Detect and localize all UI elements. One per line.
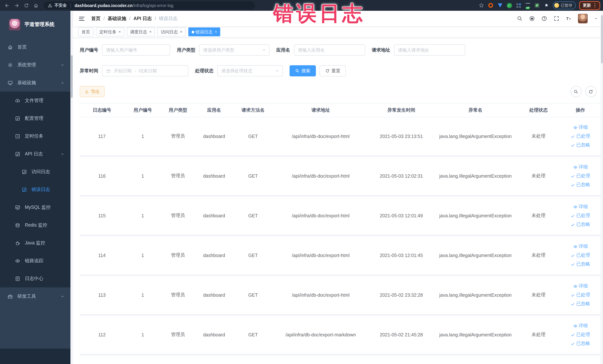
action-详细[interactable]: 详细 xyxy=(573,164,588,170)
action-详细[interactable]: 详细 xyxy=(573,283,588,289)
action-label: 详细 xyxy=(579,283,588,289)
extension-leaf-icon[interactable] xyxy=(534,2,540,8)
breadcrumb-item[interactable]: 基础设施 xyxy=(108,15,126,22)
action-详细[interactable]: 详细 xyxy=(573,243,588,250)
forward-icon[interactable] xyxy=(13,1,21,10)
sidebar-bottom-strip xyxy=(0,348,70,364)
user-id-input[interactable] xyxy=(102,45,170,56)
sidebar-item-首页[interactable]: 首页 xyxy=(0,38,70,56)
sidebar-item-java-监控[interactable]: Java 监控 xyxy=(0,234,70,252)
download-icon xyxy=(84,89,89,94)
cell-user_type: 管理员 xyxy=(161,315,195,354)
warning-icon xyxy=(48,3,52,8)
app-title: 芋道管理系统 xyxy=(24,21,55,28)
action-已处理[interactable]: 已处理 xyxy=(571,212,590,219)
github-icon[interactable] xyxy=(529,16,535,22)
action-详细[interactable]: 详细 xyxy=(573,323,588,329)
sidebar-item-mysql-监控[interactable]: MySQL 监控 xyxy=(0,199,70,216)
sidebar-item-api-日志[interactable]: API 日志 xyxy=(0,145,70,163)
action-详细[interactable]: 详细 xyxy=(573,204,588,210)
sidebar-item-错误日志[interactable]: 错误日志 xyxy=(0,181,70,199)
action-已忽略[interactable]: 已忽略 xyxy=(571,221,590,228)
close-icon[interactable]: × xyxy=(119,30,121,34)
hamburger-icon[interactable] xyxy=(78,15,85,22)
breadcrumb-separator: / xyxy=(129,16,130,21)
action-已忽略[interactable]: 已忽略 xyxy=(571,301,590,307)
extension-grid-icon[interactable] xyxy=(515,2,522,8)
extension-puzzle-icon[interactable] xyxy=(543,2,549,8)
sidebar-item-访问日志[interactable]: 访问日志 xyxy=(0,163,70,181)
cell-exception: java.lang.IllegalArgumentException xyxy=(434,235,517,275)
tab-首页[interactable]: 首页 xyxy=(78,27,93,36)
app-name-input[interactable] xyxy=(294,45,365,56)
exception-time-range-picker[interactable]: 开始日期 - 结束日期 xyxy=(102,65,188,76)
cell-user_id: 1 xyxy=(124,315,161,354)
reset-button[interactable]: 重置 xyxy=(320,65,346,76)
action-已处理[interactable]: 已处理 xyxy=(571,173,590,179)
tab-访问日志[interactable]: 访问日志× xyxy=(157,27,186,36)
start-date-placeholder: 开始日期 xyxy=(114,68,132,74)
cell-url: /api/infra/db-doc/export-html xyxy=(272,235,369,275)
cell-time: 2021-05-03 23:13:51 xyxy=(369,117,434,156)
sidebar-item-链路追踪[interactable]: 链路追踪 xyxy=(0,252,70,270)
sidebar-item-系统管理[interactable]: 系统管理 xyxy=(0,56,70,74)
action-已忽略[interactable]: 已忽略 xyxy=(571,341,590,347)
action-已忽略[interactable]: 已忽略 xyxy=(571,142,590,148)
action-已忽略[interactable]: 已忽略 xyxy=(571,261,590,267)
cell-user_type: 管理员 xyxy=(161,275,195,315)
close-icon[interactable]: × xyxy=(150,30,152,34)
back-icon[interactable] xyxy=(3,1,11,10)
tab-错误日志[interactable]: 错误日志× xyxy=(188,27,220,36)
address-bar[interactable]: 不安全 dashboard.yudao.iocoder.cn/infra/log… xyxy=(44,1,255,9)
mysql-icon xyxy=(15,205,20,210)
update-button[interactable]: 更新 xyxy=(579,1,600,10)
action-已处理[interactable]: 已处理 xyxy=(571,292,590,298)
tab-调度日志[interactable]: 调度日志× xyxy=(127,27,155,36)
page-scrollbar[interactable] xyxy=(600,11,603,364)
sidebar-item-日志中心[interactable]: 日志中心 xyxy=(0,270,70,287)
close-icon[interactable]: × xyxy=(180,30,182,34)
fullscreen-icon[interactable] xyxy=(553,16,559,22)
action-已忽略[interactable]: 已忽略 xyxy=(571,182,590,188)
search-button[interactable]: 搜索 xyxy=(290,65,316,76)
extension-onoff-icon[interactable]: off xyxy=(525,2,531,8)
caret-down-icon[interactable] xyxy=(594,16,598,21)
sidebar-item-定时任务[interactable]: 定时任务 xyxy=(0,127,70,145)
toggle-search-button[interactable] xyxy=(570,86,581,97)
request-url-input[interactable] xyxy=(394,45,465,56)
sidebar-item-配置管理[interactable]: 配置管理 xyxy=(0,109,70,127)
breadcrumb-item[interactable]: 首页 xyxy=(91,15,101,22)
app-logo-row[interactable]: 芋道管理系统 xyxy=(0,11,70,38)
action-已处理[interactable]: 已处理 xyxy=(571,331,590,338)
breadcrumb-item[interactable]: API 日志 xyxy=(133,15,152,22)
font-size-icon[interactable]: TT xyxy=(566,16,571,22)
chrome-home-icon[interactable] xyxy=(32,1,40,10)
action-详细[interactable]: 详细 xyxy=(573,124,588,130)
extension-blue-icon[interactable] xyxy=(497,2,503,8)
cell-url: /api/infra/db-doc/export-html xyxy=(272,196,369,235)
bookmark-star-icon[interactable] xyxy=(478,2,484,8)
sidebar-item-文件管理[interactable]: 文件管理 xyxy=(0,92,70,109)
export-button[interactable]: 导出 xyxy=(80,86,104,97)
sidebar-item-研发工具[interactable]: 研发工具 xyxy=(0,287,70,305)
user-type-select[interactable]: 请选择用户类型 xyxy=(199,45,269,56)
tab-定时任务[interactable]: 定时任务× xyxy=(96,27,124,36)
process-status-select[interactable]: 请选择处理状态 xyxy=(217,65,283,76)
trace-icon xyxy=(15,258,20,263)
refresh-table-button[interactable] xyxy=(585,86,596,97)
close-icon[interactable]: × xyxy=(215,30,217,34)
sidebar-scrollbar[interactable] xyxy=(70,11,73,364)
sidebar-item-label: Java 监控 xyxy=(25,240,45,246)
extension-green-check-icon[interactable]: ✓ xyxy=(506,2,512,8)
sidebar-item-基础设施[interactable]: 基础设施 xyxy=(0,74,70,92)
search-icon[interactable] xyxy=(517,16,522,22)
profile-chip[interactable]: 已暂停 xyxy=(553,1,576,9)
reload-icon[interactable] xyxy=(22,1,30,10)
action-已处理[interactable]: 已处理 xyxy=(571,252,590,258)
action-已处理[interactable]: 已处理 xyxy=(571,133,590,140)
cell-status: 未处理 xyxy=(517,275,560,315)
help-icon[interactable] xyxy=(541,16,547,22)
user-avatar[interactable] xyxy=(578,14,587,23)
sidebar-item-redis-监控[interactable]: Redis 监控 xyxy=(0,216,70,234)
extension-orange-icon[interactable] xyxy=(488,2,494,8)
